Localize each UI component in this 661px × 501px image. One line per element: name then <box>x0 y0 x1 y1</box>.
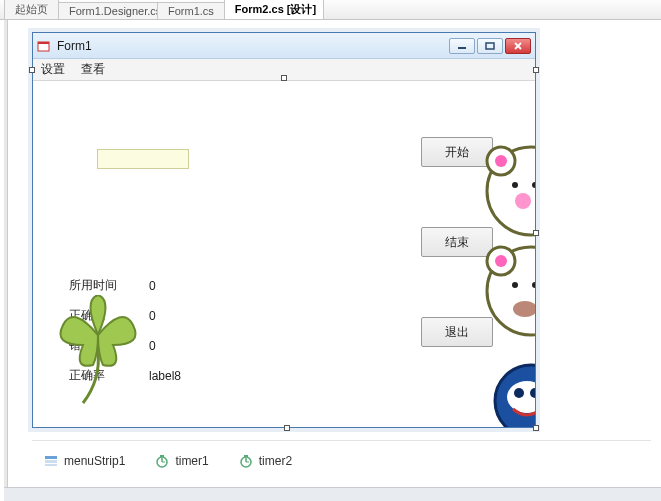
svg-point-15 <box>512 282 518 288</box>
label-key: 所用时间 <box>69 277 149 294</box>
timer-icon <box>239 454 253 468</box>
menu-view[interactable]: 查看 <box>81 61 105 78</box>
maximize-button[interactable] <box>477 38 503 54</box>
component-tray: menuStrip1 timer1 timer2 <box>32 440 651 480</box>
minimize-button[interactable] <box>449 38 475 54</box>
tab-form1-designer-cs[interactable]: Form1.Designer.cs <box>58 2 158 19</box>
tray-menustrip1[interactable]: menuStrip1 <box>44 454 125 468</box>
tray-label: timer2 <box>259 454 292 468</box>
svg-rect-28 <box>160 455 164 457</box>
tab-start-page[interactable]: 起始页 <box>4 0 59 19</box>
form-icon <box>37 39 51 53</box>
label-value: 0 <box>149 309 156 323</box>
svg-rect-1 <box>38 42 49 44</box>
svg-rect-23 <box>45 460 57 463</box>
menustrip-icon <box>44 454 58 468</box>
background-illustration <box>441 141 535 427</box>
menu-strip[interactable]: 设置 查看 <box>33 59 535 81</box>
label-value: label8 <box>149 369 181 383</box>
label-value: 0 <box>149 279 156 293</box>
svg-rect-24 <box>45 464 57 466</box>
svg-rect-22 <box>45 456 57 459</box>
svg-point-14 <box>495 255 507 267</box>
label-value: 0 <box>149 339 156 353</box>
svg-rect-3 <box>486 43 494 49</box>
selection-handle[interactable] <box>284 425 290 431</box>
tray-label: timer1 <box>175 454 208 468</box>
tray-label: menuStrip1 <box>64 454 125 468</box>
selection-handle[interactable] <box>533 425 539 431</box>
svg-point-9 <box>512 182 518 188</box>
selection-handle[interactable] <box>533 67 539 73</box>
selection-handle[interactable] <box>29 67 35 73</box>
window-title: Form1 <box>57 39 449 53</box>
design-surface: Form1 设置 查看 <box>4 20 661 501</box>
document-tab-strip: 起始页 Form1.Designer.cs Form1.cs Form2.cs … <box>0 0 661 20</box>
clover-illustration <box>53 295 143 405</box>
svg-point-8 <box>495 155 507 167</box>
tray-timer2[interactable]: timer2 <box>239 454 292 468</box>
status-bar <box>4 487 661 501</box>
titlebar[interactable]: Form1 <box>33 33 535 59</box>
tab-form2-cs-design[interactable]: Form2.cs [设计] <box>224 0 324 19</box>
tray-timer1[interactable]: timer1 <box>155 454 208 468</box>
vertical-ruler <box>4 20 8 501</box>
svg-rect-32 <box>244 455 248 457</box>
svg-point-20 <box>514 388 524 398</box>
form-window[interactable]: Form1 设置 查看 <box>32 32 536 428</box>
close-button[interactable] <box>505 38 531 54</box>
label-time: 所用时间 0 <box>69 277 156 294</box>
menu-settings[interactable]: 设置 <box>41 61 65 78</box>
timer-icon <box>155 454 169 468</box>
tab-form1-cs[interactable]: Form1.cs <box>157 2 225 19</box>
selection-handle[interactable] <box>533 230 539 236</box>
input-textbox[interactable] <box>97 149 189 169</box>
form-client-area[interactable]: 开始 结束 退出 所用时间 0 正确数 0 错误数 0 正确率 label8 <box>33 81 535 427</box>
svg-point-11 <box>515 193 531 209</box>
